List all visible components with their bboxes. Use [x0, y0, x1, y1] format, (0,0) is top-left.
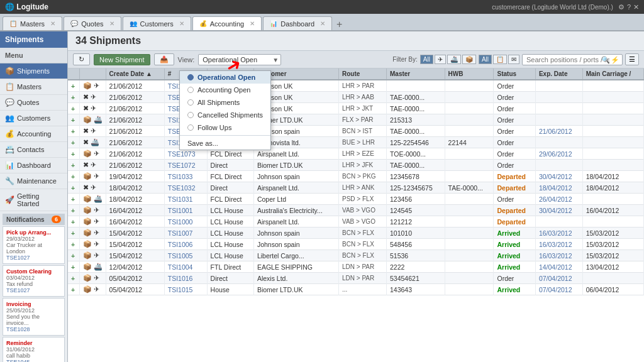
row-expand-16[interactable]: + [68, 261, 79, 273]
sidebar-item-maintenance[interactable]: 🔧 Maintenance [0, 173, 67, 189]
row-expand-10[interactable]: + [68, 194, 79, 205]
view-select[interactable]: Operational Open Accounting Open All Shi… [198, 54, 281, 65]
col-route[interactable]: Route [339, 69, 387, 80]
table-row[interactable]: + 📦 ✈ 21/06/2012 TSI107... ... Bearson U… [68, 80, 644, 92]
row-expand-18[interactable]: + [68, 284, 79, 295]
filter-sea-button[interactable]: 🚢 [447, 55, 461, 64]
tab-masters-close[interactable]: ✕ [50, 20, 55, 27]
sidebar-item-masters[interactable]: 📋 Masters [0, 79, 67, 95]
notif-item-3[interactable]: Reminder 31/06/2012 call habib TSE1045 [3, 337, 65, 362]
row-expand-12[interactable]: + [68, 216, 79, 228]
tab-quotes[interactable]: 💬 Quotes ✕ [64, 16, 121, 30]
row-expand-11[interactable]: + [68, 205, 79, 216]
tab-add-button[interactable]: + [333, 19, 345, 30]
col-create-date[interactable]: Create Date ▲ [106, 69, 164, 80]
row-expand-14[interactable]: + [68, 239, 79, 250]
row-num-14[interactable]: TSI1006 [164, 239, 207, 250]
filter-options-icon[interactable]: ⚡ [611, 55, 619, 63]
row-expand-4[interactable]: + [68, 126, 79, 137]
row-num-18[interactable]: TSI1015 [164, 284, 207, 295]
row-num-7[interactable]: TSE1072 [164, 160, 207, 171]
row-num-9[interactable]: TSE1032 [164, 182, 207, 194]
table-row[interactable]: + ✖ ✈ 18/04/2012 TSE1032 Direct Airspane… [68, 182, 644, 194]
table-row[interactable]: + ✖ ✈ 21/06/2012 TSE1072 Direct Biomer L… [68, 160, 644, 171]
row-expand-8[interactable]: + [68, 171, 79, 182]
table-row[interactable]: + ✖ ✈ 21/06/2012 TSE107... ... Bearson U… [68, 92, 644, 103]
table-row[interactable]: + 📦 ✈ 19/04/2012 TSI1033 FCL Direct John… [68, 171, 644, 182]
row-num-16[interactable]: TSI1004 [164, 261, 207, 273]
row-expand-9[interactable]: + [68, 182, 79, 194]
sidebar-item-accounting[interactable]: 💰 Accounting [0, 126, 67, 142]
row-expand-1[interactable]: + [68, 92, 79, 103]
dropdown-accounting-open[interactable]: Accounting Open [180, 84, 270, 96]
table-row[interactable]: + 📦 ✈ 21/06/2012 TSE1073 FCL Direct Airs… [68, 148, 644, 160]
dropdown-all-shipments[interactable]: All Shipments [180, 96, 270, 109]
new-shipment-button[interactable]: New Shipment [94, 54, 150, 65]
row-num-13[interactable]: TSI1007 [164, 228, 207, 239]
table-row[interactable]: + 📦 ✈ 15/04/2012 TSI1007 LCL House Johns… [68, 228, 644, 239]
tab-masters[interactable]: 📋 Masters ✕ [3, 16, 62, 30]
table-row[interactable]: + 📦 ✈ 16/04/2012 TSI1001 LCL House Austr… [68, 205, 644, 216]
tab-dashboard[interactable]: 📊 Dashboard ✕ [263, 16, 332, 30]
sidebar-item-getting-started[interactable]: 🚀 Getting Started [0, 189, 67, 211]
row-num-15[interactable]: TSI1005 [164, 250, 207, 261]
tab-dashboard-close[interactable]: ✕ [320, 20, 325, 27]
sidebar-item-quotes[interactable]: 💬 Quotes [0, 95, 67, 111]
notif-item-1[interactable]: Custom Clearing 03/04/2012 Tax refund TS… [3, 265, 65, 297]
sidebar-item-dashboard[interactable]: 📊 Dashboard [0, 158, 67, 173]
row-expand-15[interactable]: + [68, 250, 79, 261]
table-wrapper[interactable]: Create Date ▲ # Customer Route Master HW… [68, 69, 644, 362]
row-num-10[interactable]: TSI1031 [164, 194, 207, 205]
filter-all-button[interactable]: All [420, 55, 433, 64]
filter-doc-button[interactable]: 📋 [493, 55, 507, 64]
table-row[interactable]: + ✖ ✈ 21/06/2012 TSE107... ... Bearson U… [68, 103, 644, 114]
table-row[interactable]: + 📦 ✈ 05/04/2012 TSI1016 Direct Alexis L… [68, 273, 644, 284]
row-expand-0[interactable]: + [68, 80, 79, 92]
settings-icon[interactable]: ⚙ [618, 3, 625, 11]
filter-box-button[interactable]: 📦 [462, 55, 476, 64]
table-row[interactable]: + 📦 🚢 21/06/2012 TSI107... ... Biomer LT… [68, 114, 644, 126]
help-icon[interactable]: ? [627, 3, 631, 11]
col-main-carriage[interactable]: Main Carriage / [582, 69, 643, 80]
table-row[interactable]: + 📦 ✈ 15/04/2012 TSI1005 LCL House Liber… [68, 250, 644, 261]
tab-quotes-close[interactable]: ✕ [109, 20, 114, 27]
row-num-17[interactable]: TSI1016 [164, 273, 207, 284]
dropdown-save-as[interactable]: Save as... [180, 137, 270, 150]
filter-mail-button[interactable]: ✉ [508, 55, 519, 64]
col-exp-date[interactable]: Exp. Date [535, 69, 582, 80]
table-row[interactable]: + 📦 ✈ 15/04/2012 TSI1006 LCL House Johns… [68, 239, 644, 250]
tab-customers-close[interactable]: ✕ [179, 20, 184, 27]
filter-all2-button[interactable]: All [479, 55, 492, 64]
filter-air-button[interactable]: ✈ [435, 55, 446, 64]
row-num-12[interactable]: TSI1000 [164, 216, 207, 228]
row-expand-3[interactable]: + [68, 114, 79, 126]
row-expand-5[interactable]: + [68, 137, 79, 148]
notif-item-2[interactable]: Invoicing 25/05/2012 Send you the invoic… [3, 298, 65, 336]
row-expand-17[interactable]: + [68, 273, 79, 284]
columns-button[interactable]: ☰ [625, 53, 639, 65]
table-row[interactable]: + 📦 🚢 12/04/2012 TSI1004 FTL Direct EAGL… [68, 261, 644, 273]
tab-accounting[interactable]: 💰 Accounting ✕ [192, 16, 262, 30]
refresh-button[interactable]: ↻ [73, 53, 90, 65]
row-num-8[interactable]: TSI1033 [164, 171, 207, 182]
sidebar-item-customers[interactable]: 👥 Customers [0, 111, 67, 126]
col-hwb[interactable]: HWB [445, 69, 494, 80]
col-master[interactable]: Master [387, 69, 445, 80]
table-row[interactable]: + ✖ 🚢 21/06/2012 TSI1074 Direct Buenovis… [68, 137, 644, 148]
sidebar-item-shipments[interactable]: 📦 Shipments [0, 63, 67, 79]
dropdown-cancelled-shipments[interactable]: Cancelled Shipments [180, 109, 270, 121]
col-status[interactable]: Status [494, 69, 535, 80]
row-expand-6[interactable]: + [68, 148, 79, 160]
close-icon[interactable]: ✕ [633, 3, 639, 11]
table-row[interactable]: + 📦 🚢 18/04/2012 TSI1031 FCL Direct Cope… [68, 194, 644, 205]
export-button[interactable]: 📤 [154, 53, 174, 65]
dropdown-operational-open[interactable]: Operational Open [180, 71, 270, 84]
notif-item-0[interactable]: Pick up Arrang... 29/03/2012 Car Trucker… [3, 226, 65, 264]
tab-accounting-close[interactable]: ✕ [250, 20, 255, 27]
tab-customers[interactable]: 👥 Customers ✕ [123, 16, 191, 30]
table-row[interactable]: + 📦 ✈ 05/04/2012 TSI1015 House Biomer LT… [68, 284, 644, 295]
row-expand-7[interactable]: + [68, 160, 79, 171]
sidebar-item-contacts[interactable]: 📇 Contacts [0, 142, 67, 158]
row-expand-13[interactable]: + [68, 228, 79, 239]
dropdown-follow-ups[interactable]: Follow Ups [180, 121, 270, 134]
